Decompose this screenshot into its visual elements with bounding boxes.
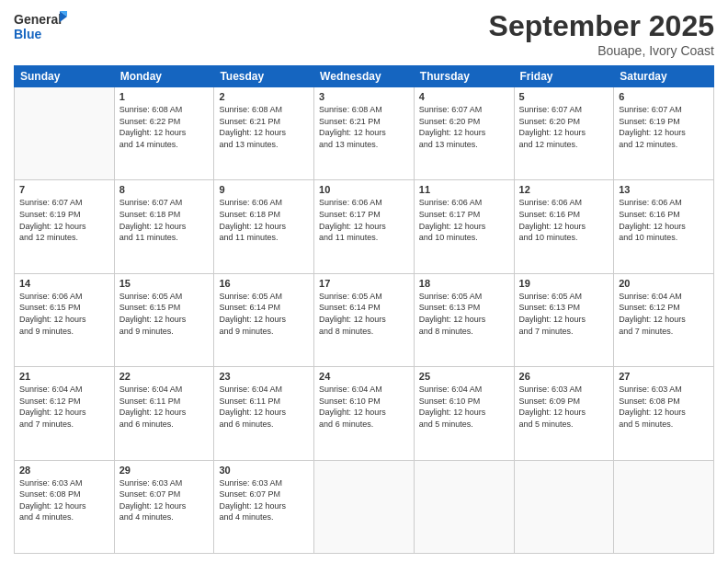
calendar-cell: 13Sunrise: 6:06 AMSunset: 6:16 PMDayligh… bbox=[614, 180, 714, 273]
day-info: Sunrise: 6:08 AMSunset: 6:21 PMDaylight:… bbox=[219, 104, 309, 150]
calendar-cell: 29Sunrise: 6:03 AMSunset: 6:07 PMDayligh… bbox=[114, 460, 214, 553]
logo-svg: General Blue bbox=[14, 9, 69, 48]
week-row-2: 7Sunrise: 6:07 AMSunset: 6:19 PMDaylight… bbox=[15, 180, 714, 273]
day-number: 9 bbox=[219, 184, 309, 195]
day-info: Sunrise: 6:06 AMSunset: 6:16 PMDaylight:… bbox=[619, 197, 709, 243]
day-info: Sunrise: 6:07 AMSunset: 6:18 PMDaylight:… bbox=[119, 197, 210, 243]
calendar-cell bbox=[514, 460, 614, 553]
day-number: 11 bbox=[419, 184, 509, 195]
day-number: 7 bbox=[19, 184, 109, 195]
day-info: Sunrise: 6:07 AMSunset: 6:20 PMDaylight:… bbox=[519, 104, 609, 150]
day-number: 23 bbox=[219, 371, 309, 382]
calendar-cell: 19Sunrise: 6:05 AMSunset: 6:13 PMDayligh… bbox=[514, 273, 614, 366]
day-number: 8 bbox=[119, 184, 210, 195]
day-info: Sunrise: 6:04 AMSunset: 6:11 PMDaylight:… bbox=[219, 384, 309, 430]
day-info: Sunrise: 6:04 AMSunset: 6:11 PMDaylight:… bbox=[119, 384, 210, 430]
day-info: Sunrise: 6:07 AMSunset: 6:19 PMDaylight:… bbox=[19, 197, 109, 243]
day-number: 17 bbox=[319, 278, 409, 289]
day-info: Sunrise: 6:05 AMSunset: 6:13 PMDaylight:… bbox=[419, 291, 509, 337]
day-info: Sunrise: 6:06 AMSunset: 6:15 PMDaylight:… bbox=[19, 291, 109, 337]
day-info: Sunrise: 6:05 AMSunset: 6:14 PMDaylight:… bbox=[219, 291, 309, 337]
day-info: Sunrise: 6:04 AMSunset: 6:10 PMDaylight:… bbox=[319, 384, 409, 430]
day-info: Sunrise: 6:07 AMSunset: 6:19 PMDaylight:… bbox=[619, 104, 709, 150]
day-number: 29 bbox=[119, 465, 210, 476]
calendar-cell: 6Sunrise: 6:07 AMSunset: 6:19 PMDaylight… bbox=[614, 87, 714, 180]
calendar-cell: 26Sunrise: 6:03 AMSunset: 6:09 PMDayligh… bbox=[514, 367, 614, 460]
calendar-cell: 15Sunrise: 6:05 AMSunset: 6:15 PMDayligh… bbox=[114, 273, 214, 366]
calendar-cell: 23Sunrise: 6:04 AMSunset: 6:11 PMDayligh… bbox=[214, 367, 314, 460]
day-number: 20 bbox=[619, 278, 709, 289]
day-number: 28 bbox=[19, 465, 109, 476]
col-thursday: Thursday bbox=[414, 66, 514, 87]
day-number: 25 bbox=[419, 371, 509, 382]
day-number: 1 bbox=[119, 91, 210, 102]
calendar-cell: 18Sunrise: 6:05 AMSunset: 6:13 PMDayligh… bbox=[414, 273, 514, 366]
week-row-5: 28Sunrise: 6:03 AMSunset: 6:08 PMDayligh… bbox=[15, 460, 714, 553]
calendar-cell: 22Sunrise: 6:04 AMSunset: 6:11 PMDayligh… bbox=[114, 367, 214, 460]
calendar-table: Sunday Monday Tuesday Wednesday Thursday… bbox=[14, 65, 714, 554]
day-number: 22 bbox=[119, 371, 210, 382]
day-info: Sunrise: 6:04 AMSunset: 6:12 PMDaylight:… bbox=[19, 384, 109, 430]
calendar-cell: 1Sunrise: 6:08 AMSunset: 6:22 PMDaylight… bbox=[114, 87, 214, 180]
calendar-cell bbox=[414, 460, 514, 553]
month-title: September 2025 bbox=[489, 9, 714, 43]
calendar-cell: 30Sunrise: 6:03 AMSunset: 6:07 PMDayligh… bbox=[214, 460, 314, 553]
calendar-cell: 5Sunrise: 6:07 AMSunset: 6:20 PMDaylight… bbox=[514, 87, 614, 180]
calendar-cell: 8Sunrise: 6:07 AMSunset: 6:18 PMDaylight… bbox=[114, 180, 214, 273]
day-number: 30 bbox=[219, 465, 309, 476]
day-info: Sunrise: 6:05 AMSunset: 6:15 PMDaylight:… bbox=[119, 291, 210, 337]
calendar-cell bbox=[15, 87, 115, 180]
day-info: Sunrise: 6:04 AMSunset: 6:12 PMDaylight:… bbox=[619, 291, 709, 337]
calendar-cell: 16Sunrise: 6:05 AMSunset: 6:14 PMDayligh… bbox=[214, 273, 314, 366]
day-number: 27 bbox=[619, 371, 709, 382]
calendar-cell: 20Sunrise: 6:04 AMSunset: 6:12 PMDayligh… bbox=[614, 273, 714, 366]
page: General Blue September 2025 Bouape, Ivor… bbox=[0, 0, 728, 563]
calendar-cell: 11Sunrise: 6:06 AMSunset: 6:17 PMDayligh… bbox=[414, 180, 514, 273]
calendar-cell: 4Sunrise: 6:07 AMSunset: 6:20 PMDaylight… bbox=[414, 87, 514, 180]
day-number: 2 bbox=[219, 91, 309, 102]
col-friday: Friday bbox=[514, 66, 614, 87]
col-sunday: Sunday bbox=[15, 66, 115, 87]
calendar-cell: 25Sunrise: 6:04 AMSunset: 6:10 PMDayligh… bbox=[414, 367, 514, 460]
day-info: Sunrise: 6:05 AMSunset: 6:13 PMDaylight:… bbox=[519, 291, 609, 337]
calendar-cell: 14Sunrise: 6:06 AMSunset: 6:15 PMDayligh… bbox=[15, 273, 115, 366]
day-number: 3 bbox=[319, 91, 409, 102]
logo: General Blue bbox=[14, 9, 69, 48]
calendar-cell: 9Sunrise: 6:06 AMSunset: 6:18 PMDaylight… bbox=[214, 180, 314, 273]
day-info: Sunrise: 6:03 AMSunset: 6:08 PMDaylight:… bbox=[19, 477, 109, 523]
calendar-cell: 2Sunrise: 6:08 AMSunset: 6:21 PMDaylight… bbox=[214, 87, 314, 180]
calendar-header-row: Sunday Monday Tuesday Wednesday Thursday… bbox=[15, 66, 714, 87]
calendar-cell: 21Sunrise: 6:04 AMSunset: 6:12 PMDayligh… bbox=[15, 367, 115, 460]
day-info: Sunrise: 6:08 AMSunset: 6:21 PMDaylight:… bbox=[319, 104, 409, 150]
calendar-cell: 17Sunrise: 6:05 AMSunset: 6:14 PMDayligh… bbox=[314, 273, 415, 366]
day-number: 26 bbox=[519, 371, 609, 382]
calendar-cell: 12Sunrise: 6:06 AMSunset: 6:16 PMDayligh… bbox=[514, 180, 614, 273]
calendar-cell bbox=[314, 460, 415, 553]
day-info: Sunrise: 6:06 AMSunset: 6:16 PMDaylight:… bbox=[519, 197, 609, 243]
day-info: Sunrise: 6:03 AMSunset: 6:07 PMDaylight:… bbox=[219, 477, 309, 523]
day-number: 14 bbox=[19, 278, 109, 289]
day-number: 4 bbox=[419, 91, 509, 102]
day-info: Sunrise: 6:05 AMSunset: 6:14 PMDaylight:… bbox=[319, 291, 409, 337]
col-wednesday: Wednesday bbox=[314, 66, 415, 87]
day-info: Sunrise: 6:06 AMSunset: 6:17 PMDaylight:… bbox=[319, 197, 409, 243]
day-number: 16 bbox=[219, 278, 309, 289]
day-number: 15 bbox=[119, 278, 210, 289]
day-number: 5 bbox=[519, 91, 609, 102]
col-tuesday: Tuesday bbox=[214, 66, 314, 87]
day-number: 24 bbox=[319, 371, 409, 382]
week-row-3: 14Sunrise: 6:06 AMSunset: 6:15 PMDayligh… bbox=[15, 273, 714, 366]
svg-text:General: General bbox=[14, 12, 62, 27]
day-number: 6 bbox=[619, 91, 709, 102]
header: General Blue September 2025 Bouape, Ivor… bbox=[14, 9, 714, 58]
calendar-cell bbox=[614, 460, 714, 553]
day-info: Sunrise: 6:06 AMSunset: 6:17 PMDaylight:… bbox=[419, 197, 509, 243]
col-monday: Monday bbox=[114, 66, 214, 87]
day-info: Sunrise: 6:06 AMSunset: 6:18 PMDaylight:… bbox=[219, 197, 309, 243]
calendar-cell: 24Sunrise: 6:04 AMSunset: 6:10 PMDayligh… bbox=[314, 367, 415, 460]
calendar-cell: 27Sunrise: 6:03 AMSunset: 6:08 PMDayligh… bbox=[614, 367, 714, 460]
calendar-cell: 3Sunrise: 6:08 AMSunset: 6:21 PMDaylight… bbox=[314, 87, 415, 180]
day-number: 19 bbox=[519, 278, 609, 289]
day-number: 12 bbox=[519, 184, 609, 195]
day-info: Sunrise: 6:03 AMSunset: 6:07 PMDaylight:… bbox=[119, 477, 210, 523]
